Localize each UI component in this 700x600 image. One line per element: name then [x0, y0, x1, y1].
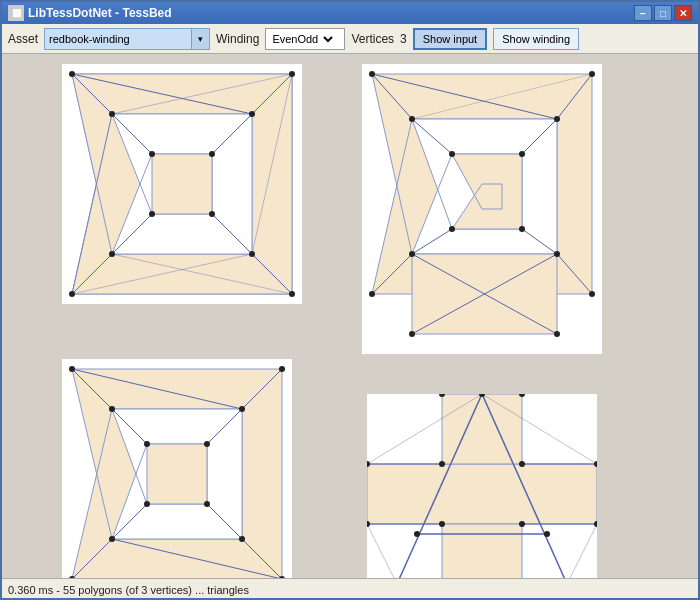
- show-input-button[interactable]: Show input: [413, 28, 487, 50]
- statusbar: 0.360 ms - 55 polygons (of 3 vertices) .…: [2, 578, 698, 600]
- vertices-label: Vertices: [351, 32, 394, 46]
- svg-point-114: [519, 521, 525, 527]
- titlebar-title: LibTessDotNet - TessBed: [28, 6, 172, 20]
- svg-point-87: [204, 441, 210, 447]
- svg-point-110: [519, 461, 525, 467]
- svg-point-54: [369, 291, 375, 297]
- svg-point-64: [554, 331, 560, 337]
- show-winding-button[interactable]: Show winding: [493, 28, 579, 50]
- svg-point-53: [589, 291, 595, 297]
- asset-input[interactable]: [45, 29, 191, 49]
- svg-marker-92: [442, 524, 522, 578]
- quadrant-bottom-left: [62, 359, 292, 578]
- asset-label: Asset: [8, 32, 38, 46]
- winding-label: Winding: [216, 32, 259, 46]
- svg-line-102: [367, 524, 397, 578]
- svg-point-78: [69, 366, 75, 372]
- status-text: 0.360 ms - 55 polygons (of 3 vertices) .…: [8, 584, 249, 596]
- svg-point-89: [144, 501, 150, 507]
- svg-point-86: [144, 441, 150, 447]
- svg-point-84: [239, 536, 245, 542]
- titlebar: ▦ LibTessDotNet - TessBed − □ ✕: [2, 2, 698, 24]
- svg-point-59: [449, 151, 455, 157]
- toolbar: Asset ▾ Winding EvenOdd NonZero Positive…: [2, 24, 698, 54]
- maximize-button[interactable]: □: [654, 5, 672, 21]
- svg-point-32: [149, 211, 155, 217]
- svg-point-55: [409, 116, 415, 122]
- svg-point-51: [369, 71, 375, 77]
- svg-point-27: [249, 251, 255, 257]
- svg-marker-90: [367, 464, 597, 524]
- main-canvas: [2, 54, 700, 578]
- svg-point-83: [239, 406, 245, 412]
- vertices-value: 3: [400, 32, 407, 46]
- svg-point-21: [69, 71, 75, 77]
- svg-point-29: [149, 151, 155, 157]
- svg-marker-91: [442, 394, 522, 464]
- svg-point-82: [109, 406, 115, 412]
- svg-point-61: [519, 226, 525, 232]
- svg-point-31: [209, 211, 215, 217]
- svg-point-119: [414, 531, 420, 537]
- svg-point-113: [439, 521, 445, 527]
- svg-point-28: [109, 251, 115, 257]
- svg-point-56: [554, 116, 560, 122]
- svg-point-120: [544, 531, 550, 537]
- svg-point-23: [289, 291, 295, 297]
- svg-point-79: [279, 366, 285, 372]
- svg-point-62: [449, 226, 455, 232]
- svg-marker-67: [147, 444, 207, 504]
- svg-point-58: [409, 251, 415, 257]
- winding-select[interactable]: EvenOdd NonZero Positive Negative: [265, 28, 345, 50]
- minimize-button[interactable]: −: [634, 5, 652, 21]
- asset-dropdown-arrow[interactable]: ▾: [191, 29, 209, 49]
- winding-dropdown[interactable]: EvenOdd NonZero Positive Negative: [266, 29, 336, 49]
- svg-point-30: [209, 151, 215, 157]
- svg-point-63: [409, 331, 415, 337]
- svg-point-109: [439, 461, 445, 467]
- svg-point-60: [519, 151, 525, 157]
- close-button[interactable]: ✕: [674, 5, 692, 21]
- svg-point-57: [554, 251, 560, 257]
- titlebar-controls: − □ ✕: [634, 5, 692, 21]
- svg-point-25: [109, 111, 115, 117]
- svg-point-22: [289, 71, 295, 77]
- svg-line-103: [567, 524, 597, 578]
- svg-marker-4: [152, 154, 212, 214]
- app-icon: ▦: [8, 5, 24, 21]
- asset-select[interactable]: ▾: [44, 28, 210, 50]
- quadrant-top-left: [62, 64, 302, 304]
- svg-point-88: [204, 501, 210, 507]
- svg-point-85: [109, 536, 115, 542]
- svg-point-24: [69, 291, 75, 297]
- svg-point-52: [589, 71, 595, 77]
- quadrant-top-right: [362, 64, 602, 354]
- svg-point-26: [249, 111, 255, 117]
- quadrant-bottom-right: [367, 394, 597, 578]
